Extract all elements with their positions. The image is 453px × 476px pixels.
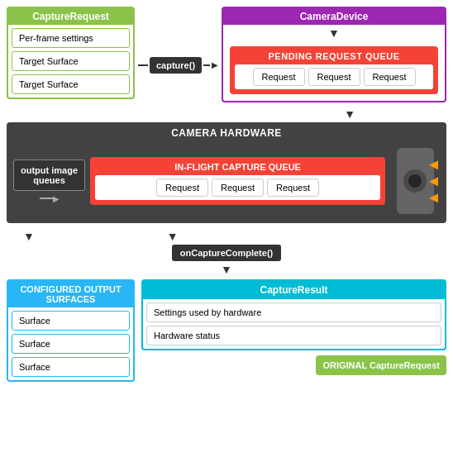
capture-button-label: capture() (150, 57, 202, 74)
inflight-queue-title: IN-FLIGHT CAPTURE QUEUE (92, 159, 384, 175)
svg-point-3 (408, 174, 422, 188)
inflight-queue-box: IN-FLIGHT CAPTURE QUEUE Request Request … (90, 157, 385, 205)
capture-result-items: Settings used by hardware Hardware statu… (143, 299, 445, 349)
down-arrow-to-result-row: ▼ (221, 263, 232, 276)
camera-lens-visual: ◀ ◀ ◀ (390, 144, 440, 218)
capture-result-box: CaptureResult Settings used by hardware … (141, 279, 446, 350)
hw-arrow-right: ▶ (40, 194, 60, 203)
pending-queue-item-2: Request (364, 68, 416, 86)
pending-queue-title: PENDING REQUEST QUEUE (231, 48, 436, 64)
lens-svg: ◀ ◀ ◀ (393, 144, 438, 218)
inflight-queue-item-2: Request (267, 178, 319, 197)
pending-queue-box: PENDING REQUEST QUEUE Request Request Re… (230, 46, 438, 94)
surface-item-0: Surface (12, 311, 130, 331)
original-capture-request-label: ORIGINAL CaptureRequest (322, 360, 440, 370)
svg-text:◀: ◀ (429, 190, 438, 204)
capture-result-item-0: Settings used by hardware (146, 302, 441, 322)
arrow-head-oiq: ▶ (53, 194, 60, 203)
arrow-head-right: ▶ (212, 60, 218, 69)
capture-result-item-1: Hardware status (146, 326, 441, 345)
camera-device-panel: CameraDevice ▼ PENDING REQUEST QUEUE Req… (222, 7, 446, 102)
output-image-queues-label: output imagequeues (13, 159, 85, 191)
inflight-queue-items: Request Request Request (95, 175, 380, 200)
down-arrow-to-queue: ▼ (223, 26, 445, 40)
capture-request-title: CaptureRequest (8, 8, 133, 25)
original-capture-request-box: ORIGINAL CaptureRequest (316, 355, 446, 375)
original-capture-request-row: ORIGINAL CaptureRequest (141, 355, 446, 375)
capture-request-item-1: Target Surface (12, 51, 130, 71)
svg-text:◀: ◀ (429, 157, 438, 171)
surface-items: Surface Surface Surface (8, 307, 133, 380)
top-section: CaptureRequest Per-frame settings Target… (7, 7, 446, 102)
down-arrow-to-hw-icon: ▼ (344, 107, 355, 121)
down-arrow-to-result: ▼ (167, 230, 179, 243)
surface-item-2: Surface (12, 357, 130, 377)
dual-arrows-row: ▼ ▼ (7, 230, 446, 243)
camera-device-title: CameraDevice (223, 8, 445, 25)
arrow-to-hw: ▼ (7, 107, 446, 121)
configured-surfaces-box: CONFIGURED OUTPUTSURFACES Surface Surfac… (7, 279, 135, 382)
diagram: CaptureRequest Per-frame settings Target… (0, 0, 453, 476)
on-capture-complete-btn-row: onCaptureComplete() (7, 245, 446, 261)
svg-text:◀: ◀ (429, 174, 438, 188)
arrow-line-oiq (40, 198, 53, 199)
down-arrow-after-capture-complete: ▼ (221, 263, 232, 276)
capture-arrow-area: capture() ▶ (135, 27, 222, 102)
capture-request-item-0: Per-frame settings (12, 28, 130, 48)
hw-left-col: output imagequeues ▶ (13, 159, 85, 203)
camera-hardware-section: CAMERA HARDWARE output imagequeues ▶ IN-… (7, 122, 446, 223)
camera-device-box: CameraDevice ▼ PENDING REQUEST QUEUE Req… (222, 7, 446, 102)
on-capture-complete-button: onCaptureComplete() (172, 245, 281, 261)
bottom-right-col: CaptureResult Settings used by hardware … (141, 279, 446, 382)
arrow-line-left (138, 64, 148, 66)
capture-request-box: CaptureRequest Per-frame settings Target… (7, 7, 135, 99)
capture-request-item-2: Target Surface (12, 74, 130, 94)
pending-queue-items: Request Request Request (235, 64, 433, 89)
inflight-queue-item-1: Request (212, 178, 264, 197)
capture-request-items: Per-frame settings Target Surface Target… (8, 25, 133, 98)
on-capture-complete-area: ▼ ▼ onCaptureComplete() ▼ (7, 230, 446, 276)
camera-hardware-title: CAMERA HARDWARE (13, 127, 440, 139)
pending-queue-item-1: Request (308, 68, 360, 86)
arrow-line-right (203, 64, 210, 66)
capture-request-panel: CaptureRequest Per-frame settings Target… (7, 7, 135, 102)
surface-item-1: Surface (12, 334, 130, 354)
down-arrow-to-surfaces: ▼ (23, 230, 35, 243)
inflight-queue-item-0: Request (156, 178, 208, 197)
hardware-row: output imagequeues ▶ IN-FLIGHT CAPTURE Q… (13, 144, 440, 218)
down-arrow-icon: ▼ (328, 26, 340, 40)
configured-surfaces-title: CONFIGURED OUTPUTSURFACES (8, 281, 133, 307)
capture-result-title: CaptureResult (143, 281, 445, 299)
bottom-section: CONFIGURED OUTPUTSURFACES Surface Surfac… (7, 279, 446, 382)
pending-queue-item-0: Request (253, 68, 305, 86)
